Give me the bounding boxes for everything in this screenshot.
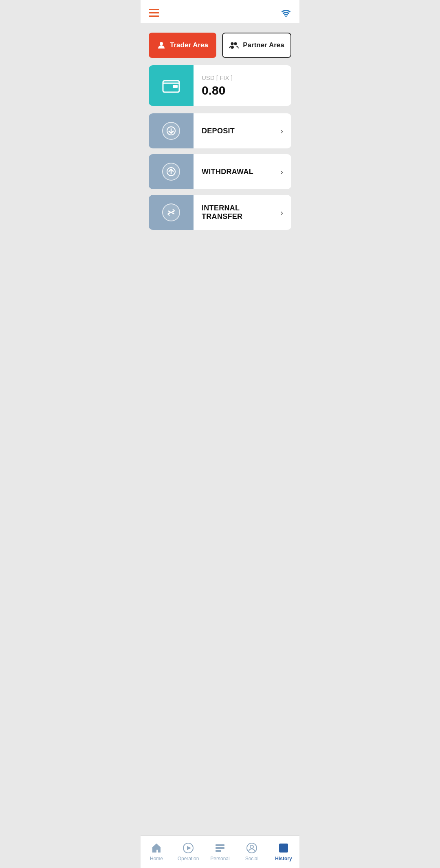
deposit-label: DEPOSIT	[202, 127, 235, 135]
wallet-card: USD [ FIX ] 0.80	[149, 65, 291, 106]
trader-area-button[interactable]: Trader Area	[149, 33, 216, 58]
withdrawal-icon	[162, 163, 180, 181]
wallet-currency-label: USD [ FIX ]	[202, 74, 233, 81]
trader-area-label: Trader Area	[170, 41, 208, 49]
wallet-icon	[161, 77, 181, 95]
withdrawal-chevron: ›	[280, 167, 283, 177]
svg-point-2	[231, 42, 234, 45]
withdrawal-label: WITHDRAWAL	[202, 168, 253, 176]
wallet-icon-background	[149, 65, 194, 106]
transfer-icon-background	[149, 195, 194, 230]
withdrawal-icon-background	[149, 154, 194, 189]
top-bar	[141, 0, 299, 23]
transfer-chevron: ›	[280, 208, 283, 217]
transfer-content: INTERNAL TRANSFER ›	[194, 195, 291, 230]
svg-point-0	[285, 15, 287, 17]
deposit-row[interactable]: DEPOSIT ›	[149, 113, 291, 148]
transfer-icon	[162, 203, 180, 221]
wifi-icon	[281, 8, 291, 17]
deposit-icon-background	[149, 113, 194, 148]
svg-point-1	[160, 42, 163, 45]
internal-transfer-row[interactable]: INTERNAL TRANSFER ›	[149, 195, 291, 230]
area-buttons-container: Trader Area Partner Area	[141, 23, 299, 65]
svg-rect-5	[173, 85, 178, 88]
menu-button[interactable]	[149, 9, 159, 17]
withdrawal-row[interactable]: WITHDRAWAL ›	[149, 154, 291, 189]
deposit-chevron: ›	[280, 126, 283, 136]
withdrawal-content: WITHDRAWAL ›	[194, 154, 291, 189]
svg-point-3	[234, 42, 237, 45]
deposit-icon	[162, 122, 180, 140]
partner-area-label: Partner Area	[243, 41, 284, 49]
transfer-label: INTERNAL TRANSFER	[202, 204, 280, 221]
wallet-amount: 0.80	[202, 84, 233, 97]
partner-area-button[interactable]: Partner Area	[222, 33, 291, 58]
wallet-info: USD [ FIX ] 0.80	[194, 65, 241, 106]
deposit-content: DEPOSIT ›	[194, 113, 291, 148]
